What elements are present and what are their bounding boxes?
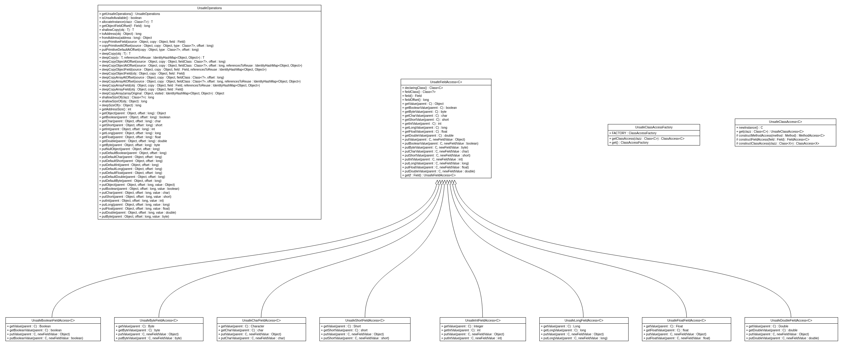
member-row: + getShort(parent : Object, offset : lon…	[99, 123, 320, 127]
member-row: + putDefaultInt(parent : Object, offset …	[99, 163, 320, 167]
member-row: + fromAddress(address : long) : Object	[99, 36, 320, 40]
class-title: UnsafeIntFieldAccess<C>	[440, 318, 526, 324]
member-row: + getValue(parent : C) : Boolean	[7, 324, 99, 328]
member-row: + deepCopy(obj : T) : T	[99, 52, 320, 56]
member-row: + putShortValue(parent : C, newFieldValu…	[402, 153, 490, 157]
member-row: + getValue(parent : C) : Byte	[116, 324, 202, 328]
member-row: + getLongValue(parent : C) : long	[402, 126, 490, 129]
member-row: + shallowSizeOf(obj : Object) : long	[99, 99, 320, 103]
member-row: + get() : ClassAccessFactory	[609, 141, 699, 145]
member-row: + putFloatValue(parent : C, newFieldValu…	[402, 166, 490, 169]
member-row: + deepCopyObjectAtOffset(source : Object…	[99, 64, 320, 67]
member-row: + shallowSizeOf(clazz : Class<?>) : long	[99, 95, 320, 99]
class-unsafe-operations: UnsafeOperations + getUnsafeOperations()…	[98, 5, 321, 219]
class-unsafe-class-access-factory: UnsafeClassAccessFactory + FACTORY : Cla…	[608, 124, 700, 146]
class-title: UnsafeBooleanFieldAccess<C>	[6, 318, 100, 324]
class-title: UnsafeByteFieldAccess<C>	[115, 318, 203, 324]
member-row: + putByteValue(parent : C, newFieldValue…	[116, 336, 202, 340]
member-row: + getCharValue(parent : C) : char	[218, 328, 305, 332]
member-row: + getIntValue(parent : C) : int	[441, 328, 524, 332]
member-row: + getValue(parent : C) : Long	[541, 324, 627, 328]
member-row: + putCharValue(parent : C, newFieldValue…	[218, 336, 305, 340]
member-row: + putDefaultDouble(parent : Object, offs…	[99, 175, 320, 179]
member-row: + deepCopyObjectField(obj : Object, copy…	[99, 71, 320, 76]
member-row: + getFloatValue(parent : C) : float	[402, 129, 490, 133]
member-row: + putDouble(parent : Object, offset : lo…	[99, 211, 320, 214]
member-row: + putValue(parent : C, newFieldValue : O…	[541, 332, 627, 336]
member-row: + putIntValue(parent : C, newFieldValue …	[402, 157, 490, 161]
member-row: + getDoubleValue(parent : C) : double	[402, 133, 490, 138]
member-row: + field() : Field	[402, 94, 490, 98]
member-row: + getValue(parent : C) : Object	[402, 102, 490, 106]
class-title: UnsafeFieldAccess<C>	[401, 79, 491, 85]
member-row: + putDefaultLong(parent : Object, offset…	[99, 167, 320, 171]
member-row: + putValue(parent : C, newFieldValue : O…	[441, 332, 524, 336]
member-row: + copyPrimitiveField(source : Object, co…	[99, 40, 320, 44]
member-row: + putDefaultBoolean(parent : Object, off…	[99, 151, 320, 155]
member-row: + getBooleanValue(parent : C) : boolean	[402, 106, 490, 110]
member-row: + fieldOffset() : long	[402, 98, 490, 102]
class-title: UnsafeOperations	[98, 5, 321, 11]
member-row: + newInstance() : C	[736, 126, 835, 129]
class-title: UnsafeFloatFieldAccess<C>	[642, 318, 731, 324]
member-row: + putValue(parent : C, newFieldValue : O…	[116, 332, 202, 336]
member-row: + getByteValue(parent : C) : byte	[402, 110, 490, 114]
member-row: + getUnsafeOperations() : UnsafeOperatio…	[99, 12, 320, 16]
class-title: UnsafeClassAccessFactory	[608, 124, 700, 130]
class-unsafe-char-field-access: UnsafeCharFieldAccess<C> + getValue(pare…	[217, 317, 306, 341]
member-row: + isUnsafeAvailable() : boolean	[99, 16, 320, 20]
member-row: + getLongValue(parent : C) : long	[541, 328, 627, 332]
member-row: + putShortValue(parent : C, newFieldValu…	[321, 336, 409, 340]
member-row: # constructMethodAccess(method : Method)…	[736, 133, 835, 138]
member-row: + putLongValue(parent : C, newFieldValue…	[402, 161, 490, 166]
member-row: + putChar(parent : Object, offset : long…	[99, 191, 320, 195]
member-row: + putBooleanValue(parent : C, newFieldVa…	[402, 142, 490, 146]
class-unsafe-field-access: UnsafeFieldAccess<C> + declaringClass() …	[401, 79, 491, 178]
member-row: + deepCopyObjectField(source : Object, c…	[99, 67, 320, 71]
class-unsafe-long-field-access: UnsafeLongFieldAccess<C> + getValue(pare…	[539, 317, 628, 341]
member-row: + putFloat(parent : Object, offset : lon…	[99, 207, 320, 211]
member-row: + putValue(parent : C, newFieldValue : O…	[7, 332, 99, 336]
class-title: UnsafeDoubleFieldAccess<C>	[745, 318, 838, 324]
member-row: + getAddressSize() : int	[99, 107, 320, 111]
member-row: + putDefaultFloat(parent : Object, offse…	[99, 171, 320, 175]
member-row: + getBooleanValue(parent : C) : boolean	[7, 328, 99, 332]
member-row: + getBoolean(parent : Object, offset : l…	[99, 115, 320, 119]
member-row: + putValue(parent : C, newFieldValue : O…	[644, 332, 730, 336]
member-row: # constructClassAccess(clazz : Class<X>)…	[736, 142, 835, 146]
member-row: + putByte(parent : Object, offset : long…	[99, 214, 320, 218]
member-row: + putByteValue(parent : C, newFieldValue…	[402, 146, 490, 149]
member-row: + putInt(parent : Object, offset : long,…	[99, 199, 320, 203]
class-unsafe-short-field-access: UnsafeShortFieldAccess<C> + getValue(par…	[319, 317, 410, 341]
member-row: + putDoubleValue(parent : C, newFieldVal…	[402, 169, 490, 173]
member-row: + putDefaultShort(parent : Object, offse…	[99, 159, 320, 163]
member-row: + declaringClass() : Class<C>	[402, 86, 490, 90]
member-row: + putBoolean(parent : Object, offset : l…	[99, 187, 320, 191]
member-row: + putObject(parent : Object, offset : lo…	[99, 183, 320, 187]
member-row: + getObjectFieldOffset(f : Field) : long	[99, 24, 320, 28]
member-row: + getValue(parent : C) : Character	[218, 324, 305, 328]
member-row: + putDefaultChar(parent : Object, offset…	[99, 155, 320, 159]
member-row: + putDoubleValue(parent : C, newFieldVal…	[746, 336, 837, 340]
member-row: + get(f : Field) : UnsafeFieldAccess<C>	[402, 173, 490, 177]
member-row: + deepCopy(o : T, referencesToReuse : Id…	[99, 56, 320, 60]
member-row: + putBooleanValue(parent : C, newFieldVa…	[7, 336, 99, 340]
member-row: + fieldClass() : Class<?>	[402, 90, 490, 94]
member-row: + putShort(parent : Object, offset : lon…	[99, 195, 320, 199]
member-row: + putLong(parent : Object, offset : long…	[99, 203, 320, 207]
member-row: + getInt(parent : Object, offset : long)…	[99, 127, 320, 131]
member-row: + putDefaultByte(parent : Object, offset…	[99, 179, 320, 183]
member-row: + deepCopyArrayAtOffset(source : Object,…	[99, 80, 320, 84]
member-row: + copyPrimitiveAtOffset(source : Object,…	[99, 44, 320, 48]
member-row: + getByte(parent : Object, offset : long…	[99, 143, 320, 147]
member-row: + deepCopyArrayAtOffset(source : Object,…	[99, 76, 320, 80]
member-row: + getClassAccess(clazz : Class<C>) : Cla…	[609, 137, 699, 141]
class-unsafe-class-access: UnsafeClassAccess<C> + newInstance() : C…	[735, 119, 836, 146]
member-row: + getDoubleValue(parent : C) : double	[746, 328, 837, 332]
member-row: + putValue(parent : C, newFieldValue : O…	[746, 332, 837, 336]
member-row: + getValue(parent : C) : Short	[321, 324, 409, 328]
class-unsafe-float-field-access: UnsafeFloatFieldAccess<C> + getValue(par…	[642, 317, 731, 341]
member-row: # constructFieldAccess(field : Field) : …	[736, 138, 835, 142]
member-row: + putValue(parent : C, newFieldValue : O…	[402, 138, 490, 142]
member-row: + getLong(parent : Object, offset : long…	[99, 131, 320, 135]
